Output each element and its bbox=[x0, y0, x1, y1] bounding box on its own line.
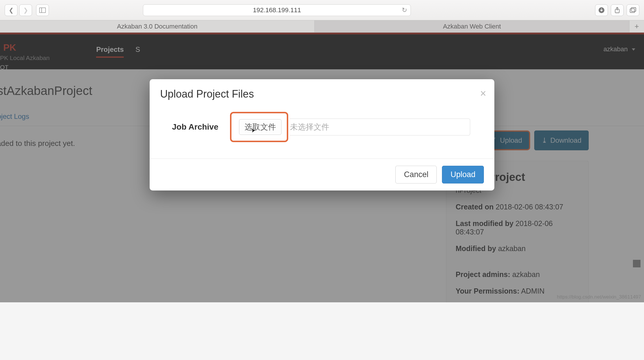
modal-footer: Cancel Upload bbox=[150, 158, 494, 190]
svg-rect-4 bbox=[630, 9, 635, 13]
share-button[interactable] bbox=[611, 4, 624, 16]
tabs-button[interactable] bbox=[627, 4, 639, 16]
cancel-button[interactable]: Cancel bbox=[395, 166, 437, 183]
modal-body: Job Archive 选取文件 ➤ 未选择文件 bbox=[150, 103, 494, 158]
upload-modal: Upload Project Files × Job Archive 选取文件 … bbox=[150, 79, 494, 190]
url-text: 192.168.199.111 bbox=[253, 6, 301, 14]
modal-header: Upload Project Files × bbox=[150, 79, 494, 103]
svg-rect-0 bbox=[40, 8, 46, 13]
job-archive-label: Job Archive bbox=[160, 122, 218, 132]
downloads-button[interactable] bbox=[595, 4, 608, 16]
browser-tab-documentation[interactable]: Azkaban 3.0 Documentation bbox=[0, 20, 315, 32]
tab-label: Azkaban Web Client bbox=[443, 23, 501, 30]
tab-label: Azkaban 3.0 Documentation bbox=[117, 23, 197, 30]
upload-submit-button[interactable]: Upload bbox=[442, 166, 484, 183]
browser-toolbar: ❮ ❯ 192.168.199.111 ↻ bbox=[0, 0, 644, 20]
choose-file-highlight: 选取文件 ➤ bbox=[230, 112, 288, 142]
new-tab-button[interactable]: + bbox=[629, 20, 644, 32]
reload-icon[interactable]: ↻ bbox=[402, 6, 407, 14]
file-input-border bbox=[290, 119, 470, 135]
app-container: ban PK PK Local Azkaban OT Projects S az… bbox=[0, 33, 644, 302]
back-button[interactable]: ❮ bbox=[5, 4, 17, 16]
browser-tab-web-client[interactable]: Azkaban Web Client bbox=[315, 20, 629, 32]
close-icon[interactable]: × bbox=[480, 87, 486, 100]
choose-file-button[interactable]: 选取文件 bbox=[239, 119, 282, 135]
sidebar-toggle-button[interactable] bbox=[36, 4, 49, 16]
url-bar[interactable]: 192.168.199.111 ↻ bbox=[143, 4, 411, 16]
browser-tab-strip: Azkaban 3.0 Documentation Azkaban Web Cl… bbox=[0, 20, 644, 33]
modal-title: Upload Project Files bbox=[160, 88, 484, 100]
svg-rect-5 bbox=[631, 8, 636, 11]
forward-button[interactable]: ❯ bbox=[19, 4, 32, 16]
